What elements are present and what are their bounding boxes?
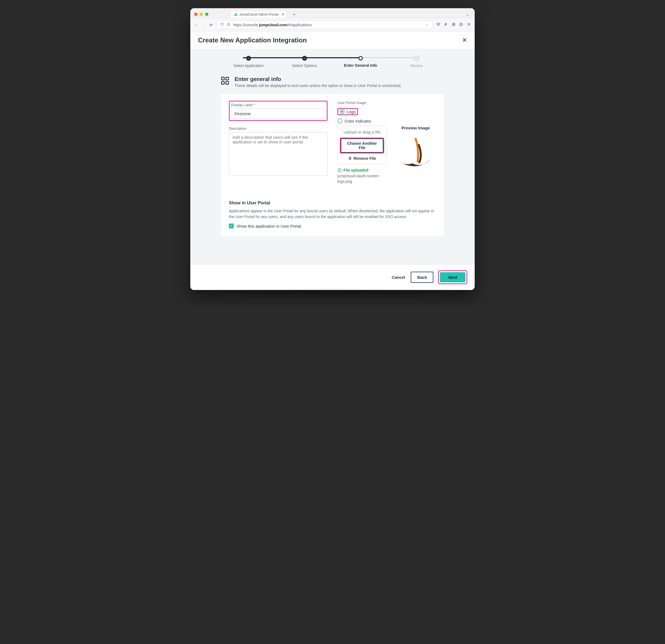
svg-rect-7 bbox=[226, 77, 229, 80]
section-subtitle: These details will be displayed to end u… bbox=[234, 84, 401, 88]
step-2-label: Select Options bbox=[277, 63, 332, 68]
svg-rect-0 bbox=[228, 24, 230, 25]
show-in-portal-heading: Show in User Portal bbox=[229, 201, 436, 205]
wrench-icon[interactable] bbox=[444, 22, 448, 27]
back-button[interactable]: Back bbox=[411, 272, 434, 283]
window-controls bbox=[194, 13, 208, 16]
upload-hint: Upload or drag a file bbox=[340, 130, 384, 134]
nav-reload-icon[interactable]: ⟳ bbox=[209, 23, 213, 27]
section-title: Enter general info bbox=[234, 76, 401, 82]
preview-pane: Preview Image bbox=[395, 126, 436, 170]
display-label-label: Display Label * bbox=[231, 103, 325, 107]
extensions-icon[interactable] bbox=[459, 22, 463, 27]
window-minimize[interactable] bbox=[200, 13, 203, 16]
lock-icon bbox=[227, 22, 230, 27]
new-tab-button[interactable]: ＋ bbox=[292, 11, 297, 18]
step-bar-2 bbox=[301, 57, 359, 58]
radio-color-indicator[interactable] bbox=[338, 118, 342, 123]
svg-rect-9 bbox=[226, 81, 229, 84]
next-button[interactable]: Next bbox=[440, 272, 466, 282]
footer-actions: Cancel Back Next bbox=[190, 264, 475, 290]
svg-rect-8 bbox=[222, 81, 224, 84]
show-in-portal-checkbox[interactable]: ✓ bbox=[229, 223, 234, 228]
display-label-input[interactable] bbox=[231, 109, 325, 119]
show-in-portal-checkbox-label: Show this application in User Portal bbox=[236, 224, 301, 228]
tab-title: JumpCloud Admin Portal bbox=[239, 12, 278, 16]
url-toolbar: ← → ⟳ https://console.jumpcloud.com/#/ap… bbox=[190, 18, 475, 32]
window-close[interactable] bbox=[194, 13, 197, 16]
display-label-field: Display Label * bbox=[229, 101, 327, 121]
stepper: ✓ Select Application ✓ Select Options En… bbox=[221, 55, 444, 68]
nav-back-icon[interactable]: ← bbox=[194, 23, 198, 27]
window-shadow bbox=[190, 290, 475, 298]
window-maximize[interactable] bbox=[205, 13, 208, 16]
step-bar-3 bbox=[359, 57, 420, 58]
upload-dropzone[interactable]: Upload or drag a file Choose Another Fil… bbox=[338, 126, 387, 164]
url-field[interactable]: https://console.jumpcloud.com/#/applicat… bbox=[216, 20, 433, 29]
svg-point-10 bbox=[338, 168, 341, 172]
apps-grid-icon bbox=[221, 76, 230, 85]
shield-icon bbox=[220, 22, 224, 27]
url-text: https://console.jumpcloud.com/#/applicat… bbox=[233, 23, 312, 27]
tab-close-icon[interactable]: ✕ bbox=[281, 12, 284, 16]
preview-image bbox=[395, 134, 436, 170]
preview-label: Preview Image bbox=[395, 126, 436, 130]
description-input[interactable] bbox=[229, 132, 327, 176]
account-icon[interactable] bbox=[452, 22, 456, 27]
pocket-icon[interactable] bbox=[436, 22, 440, 27]
browser-tab[interactable]: JumpCloud Admin Portal ✕ bbox=[230, 11, 287, 18]
remove-file-button[interactable]: Remove File bbox=[340, 156, 384, 161]
radio-logo-label: Logo bbox=[347, 109, 356, 114]
nav-forward-icon[interactable]: → bbox=[202, 23, 206, 27]
step-1-label: Select Application bbox=[221, 63, 277, 68]
titlebar: JumpCloud Admin Portal ✕ ＋ ⌄ bbox=[190, 8, 475, 18]
tab-favicon bbox=[234, 13, 238, 16]
show-in-portal-desc: Applications appear in the User Portal f… bbox=[229, 208, 436, 220]
choose-file-button[interactable]: Choose Another File bbox=[341, 139, 383, 153]
tabs-overflow-icon[interactable]: ⌄ bbox=[466, 12, 471, 16]
svg-rect-6 bbox=[222, 77, 224, 80]
uploaded-file-name: jumpcloud-oauth-screen-logo.png bbox=[338, 173, 388, 184]
menu-icon[interactable] bbox=[467, 22, 471, 27]
browser-window: JumpCloud Admin Portal ✕ ＋ ⌄ ← → ⟳ https… bbox=[190, 8, 475, 290]
file-status: File uploaded: jumpcloud-oauth-screen-lo… bbox=[338, 168, 388, 184]
step-check-icon: ✓ bbox=[302, 56, 307, 61]
description-label: Description bbox=[229, 126, 327, 130]
step-bar-1 bbox=[243, 57, 301, 58]
bookmark-star-icon[interactable]: ☆ bbox=[425, 23, 429, 27]
page-body: ✓ Select Application ✓ Select Options En… bbox=[190, 49, 475, 264]
step-number-icon: 4 bbox=[414, 56, 419, 61]
user-portal-image-label: User Portal Image bbox=[338, 101, 436, 105]
cancel-button[interactable]: Cancel bbox=[392, 275, 405, 280]
svg-point-2 bbox=[453, 23, 454, 25]
radio-logo[interactable] bbox=[340, 109, 344, 114]
step-current-icon bbox=[359, 56, 363, 60]
trash-icon bbox=[348, 157, 352, 160]
close-icon[interactable]: ✕ bbox=[462, 37, 467, 44]
check-circle-icon bbox=[338, 168, 342, 172]
form-card: Display Label * Description User Portal … bbox=[221, 93, 444, 237]
step-3-label: Enter General Info bbox=[332, 63, 388, 68]
page-title: Create New Application Integration bbox=[198, 36, 307, 44]
step-check-icon: ✓ bbox=[246, 56, 251, 61]
show-in-portal-section: Show in User Portal Applications appear … bbox=[229, 201, 436, 228]
section-lead: Enter general info These details will be… bbox=[221, 76, 444, 88]
file-uploaded-label: File uploaded: bbox=[343, 168, 369, 172]
step-4-label: Review bbox=[388, 63, 444, 68]
radio-color-label: Color Indicator bbox=[344, 119, 371, 123]
